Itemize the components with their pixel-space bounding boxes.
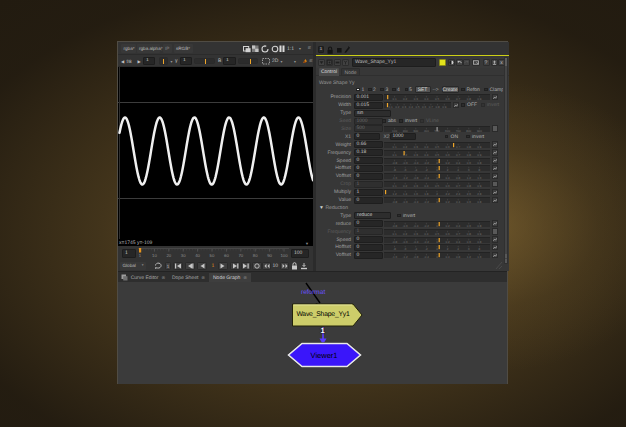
b-slider[interactable] (238, 58, 258, 65)
param-slider[interactable]: -0.8-0.6-0.4-0.200.20.40.60.8 (384, 221, 490, 227)
param-input[interactable]: 0.001 (354, 94, 383, 101)
minimize-icon[interactable] (334, 59, 341, 66)
param-slider[interactable]: 0.10.20.30.40.50.60.70.80.9 (384, 150, 490, 156)
redo-icon[interactable] (463, 59, 470, 66)
input-process-toggle[interactable]: IP (163, 44, 172, 53)
param-slider[interactable]: -0.8-0.6-0.4-0.200.20.40.60.8 (384, 237, 490, 243)
scrollbar-thumb[interactable] (505, 58, 508, 66)
param-slider[interactable]: -1.6-1.2-0.8-0.400.40.81.21.6 (384, 252, 490, 258)
checker-icon[interactable] (252, 45, 259, 53)
knobs-icon[interactable] (342, 59, 349, 66)
timeline-ruler[interactable]: 1102030405060708090100 (138, 247, 289, 260)
colorspace-select[interactable]: sRGB▾ (174, 44, 193, 53)
param-input[interactable]: 0 (354, 244, 383, 251)
param-input-2[interactable]: 1000 (390, 133, 416, 140)
goto-end-button[interactable] (241, 262, 251, 270)
param-slider[interactable]: -8-6-4-202468 (384, 244, 490, 250)
clamp-checkbox[interactable] (484, 88, 488, 92)
param-dropdown[interactable]: reduce (354, 212, 391, 219)
timeline-in-input[interactable]: 1 (122, 249, 136, 258)
param-slider[interactable]: 0.10.20.30.40.50.60.70.80.9 (384, 102, 451, 108)
param-input[interactable]: 0 (354, 252, 383, 259)
chevron-down-icon[interactable]: ▾ (281, 59, 283, 65)
param-slider[interactable]: 0.10.20.30.40.50.60.70.80.9 (384, 229, 490, 235)
fstop-next-icon[interactable]: ▶ (138, 59, 141, 65)
roi-icon[interactable] (262, 58, 270, 65)
node-graph-canvas[interactable]: reformatWave_Shape_Yy11Viewer1 (118, 282, 507, 384)
ON-checkbox[interactable] (445, 135, 449, 139)
panel-menu-icon[interactable]: ≋ (308, 45, 312, 51)
center-node-icon[interactable] (326, 59, 333, 66)
refresh-icon[interactable] (261, 45, 269, 53)
curve-icon[interactable] (492, 244, 498, 251)
zoom-level[interactable]: 1:1 (287, 46, 294, 52)
invert-checkbox[interactable] (399, 119, 403, 123)
OFF-checkbox[interactable] (461, 103, 465, 107)
curve-icon[interactable] (492, 189, 498, 196)
param-input[interactable]: 0.18 (354, 149, 383, 156)
gamma-input[interactable]: 1 (180, 57, 192, 65)
lock-icon[interactable] (291, 262, 298, 270)
chevron-down-icon[interactable]: ▾ (294, 59, 296, 65)
param-input[interactable]: 1 (354, 189, 383, 196)
chevron-down-icon[interactable]: ▾ (299, 46, 301, 52)
param-input[interactable]: 500 (354, 125, 383, 132)
node-name-input[interactable]: Wave_Shape_Yy1 (352, 58, 436, 67)
param-slider[interactable]: -8-6-4-202468 (384, 165, 490, 171)
invert-checkbox[interactable] (481, 103, 485, 107)
next-keyframe-button[interactable] (230, 262, 240, 270)
tab-close-icon[interactable]: ⊗ (201, 275, 205, 280)
param-slider[interactable]: 0.10.20.30.40.50.60.70.80.9 (384, 181, 490, 187)
pause-icon[interactable] (279, 45, 285, 53)
param-input[interactable]: 0 (354, 173, 383, 180)
param-input[interactable]: 0.66 (354, 141, 383, 148)
box-icon[interactable] (336, 47, 343, 54)
render-flag-icon[interactable] (300, 262, 308, 270)
preset-checkbox-4[interactable] (392, 88, 396, 92)
scrollbar-up-arrow[interactable] (505, 254, 508, 258)
curve-icon[interactable] (492, 94, 498, 101)
refon-checkbox[interactable] (461, 88, 465, 92)
preset-checkbox-5[interactable] (405, 88, 409, 92)
gain-mini-slider[interactable] (159, 57, 168, 65)
help-icon[interactable]: ? (483, 59, 490, 66)
resize-grip-icon[interactable] (495, 261, 503, 270)
menu-triangle-icon[interactable] (318, 59, 325, 66)
param-slider[interactable]: 0.10.20.30.40.50.60.70.80.9 (384, 94, 490, 100)
preset-checkbox-2[interactable] (368, 88, 372, 92)
param-slider[interactable]: -0.8-0.6-0.4-0.200.20.40.60.8 (384, 197, 490, 203)
param-slider[interactable]: 0.10.20.30.40.50.60.70.80.9 (384, 142, 490, 148)
preset-checkbox-1[interactable] (356, 88, 360, 92)
VLine-checkbox[interactable] (420, 119, 424, 123)
curve-icon[interactable] (492, 149, 498, 156)
curve-icon[interactable] (492, 141, 498, 148)
chevron-down-icon[interactable]: ▾ (171, 59, 173, 65)
play-forward-button[interactable] (218, 262, 228, 270)
frame-range-select[interactable]: Global▾ (120, 262, 146, 270)
invert-checkbox[interactable] (466, 135, 470, 139)
color-swatch-icon[interactable] (439, 59, 446, 66)
curve-icon[interactable] (453, 102, 459, 109)
viewer-canvas[interactable] (118, 67, 313, 239)
scrollbar-down-arrow[interactable] (505, 259, 508, 263)
play-backward-button[interactable] (197, 262, 207, 270)
tab-close-icon[interactable]: ⊗ (243, 275, 247, 280)
loop-icon[interactable] (154, 262, 163, 269)
screengrab-icon[interactable] (472, 59, 480, 66)
tab-node[interactable]: Node (341, 68, 360, 76)
circle-icon[interactable] (271, 45, 279, 53)
pen-icon[interactable] (343, 46, 350, 54)
view-mode-select[interactable]: 2D (272, 58, 278, 64)
param-input[interactable]: 0 (354, 236, 383, 243)
param-dropdown[interactable]: sin (354, 110, 391, 117)
channel-select[interactable]: rgba▾ (121, 44, 136, 53)
tab-control[interactable]: Control (319, 68, 339, 76)
param-input[interactable]: 0 (354, 197, 383, 204)
curve-icon[interactable] (492, 173, 498, 180)
create-button[interactable]: Create (442, 86, 459, 94)
preset-checkbox-3[interactable] (380, 88, 384, 92)
stop-button[interactable] (252, 262, 262, 270)
param-slider[interactable]: -0.8-0.6-0.4-0.200.20.40.60.8 (384, 158, 490, 164)
curve-icon[interactable] (492, 165, 498, 172)
goto-start-button[interactable] (173, 262, 183, 270)
